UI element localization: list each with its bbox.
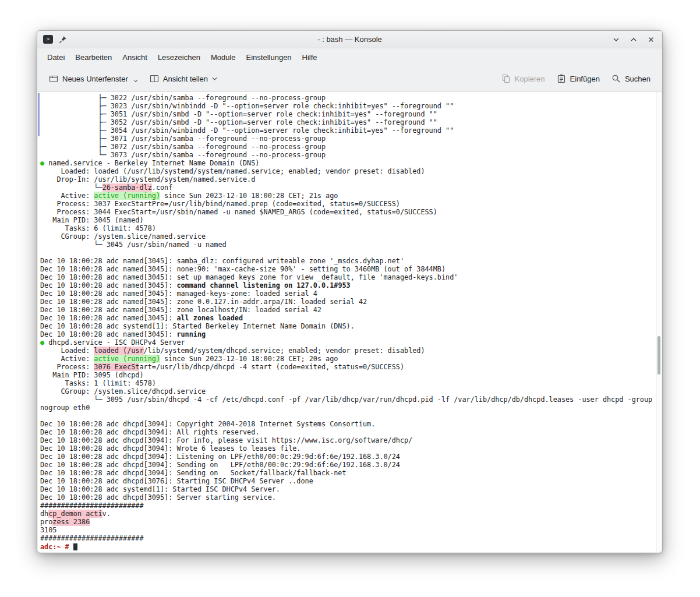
terminal-line: Dec 10 18:00:28 adc dhcpd[3095]: Server … — [40, 493, 662, 501]
pin-icon[interactable] — [59, 36, 67, 44]
terminal-text-segment: 3105 — [40, 526, 56, 534]
terminal-line: Active: active (running) since Sun 2023-… — [40, 355, 662, 363]
terminal-line: └─ 3045 /usr/sbin/named -u named — [40, 241, 662, 249]
terminal-line: adc:~ # — [40, 542, 662, 550]
terminal-text-segment: Main PID: 3045 (named) — [40, 216, 144, 224]
menu-item-datei[interactable]: Datei — [42, 51, 70, 64]
chevron-down-icon — [612, 36, 620, 44]
terminal-line: Drop-In: /usr/lib/systemd/system/named.s… — [40, 175, 662, 183]
terminal-text-segment: Process: 3044 ExecStart=/usr/sbin/named … — [40, 208, 437, 216]
terminal-line: ├─ 3071 /usr/sbin/samba --foreground --n… — [40, 135, 662, 143]
terminal-text-segment: Dec 10 18:00:28 adc named[3045]: zone lo… — [40, 306, 321, 314]
scrollbar-thumb[interactable] — [657, 336, 660, 375]
terminal-text-segment: └─ 3095 /usr/sbin/dhcpd -4 -cf /etc/dhcp… — [40, 395, 652, 404]
new-tab-label: Neues Unterfenster — [62, 75, 128, 83]
terminal-text-segment: Dec 10 18:00:28 adc named[3045]: — [40, 281, 176, 289]
copy-icon — [501, 74, 511, 83]
terminal-text-segment: Loaded: loaded (/usr/lib/systemd/system/… — [40, 167, 425, 175]
menu-item-module[interactable]: Module — [206, 51, 241, 64]
chevron-down-icon — [133, 79, 138, 83]
menu-item-lesezeichen[interactable]: Lesezeichen — [153, 51, 206, 64]
terminal-text-segment: 26-samba-dlz — [102, 183, 152, 192]
menu-item-ansicht[interactable]: Ansicht — [117, 51, 153, 64]
terminal-line: Loaded: loaded (/usr/lib/systemd/system/… — [40, 167, 662, 175]
terminal-line: Dec 10 18:00:28 adc named[3045]: set up … — [40, 273, 662, 281]
terminal-line: Dec 10 18:00:28 adc systemd[1]: Started … — [40, 322, 662, 330]
close-icon — [647, 36, 655, 44]
terminal-line: └─ 3073 /usr/sbin/samba --foreground --n… — [40, 151, 662, 159]
terminal-text-segment: Dec 10 18:00:28 adc dhcpd[3094]: Sending… — [40, 461, 400, 469]
menubar: DateiBearbeitenAnsichtLesezeichenModuleE… — [37, 48, 662, 66]
terminal-line: ├─ 3051 /usr/sbin/smbd -D "--option=serv… — [40, 110, 662, 118]
search-button[interactable]: Suchen — [607, 70, 655, 87]
new-tab-icon — [49, 74, 58, 83]
terminal-line: Dec 10 18:00:28 adc named[3045]: command… — [40, 281, 662, 289]
terminal-line — [40, 412, 662, 420]
paste-button[interactable]: Einfügen — [552, 70, 604, 87]
terminal-line: ├─ 3072 /usr/sbin/samba --foreground --n… — [40, 143, 662, 151]
terminal-text-segment: since Sun 2023-12-10 18:00:28 CET; 20s a… — [160, 355, 338, 363]
terminal-line: Process: 3076 ExecStart=/usr/lib/dhcp/dh… — [40, 363, 662, 371]
terminal-text-segment: command channel listening on 127.0.0.1#9… — [176, 281, 350, 289]
terminal-line: dhcp_demon activ. — [40, 510, 662, 518]
terminal[interactable]: ├─ 3022 /usr/sbin/samba --foreground --n… — [38, 91, 662, 552]
terminal-output: ├─ 3022 /usr/sbin/samba --foreground --n… — [40, 94, 662, 550]
terminal-text-segment: Main PID: 3095 (dhcpd) — [40, 371, 144, 379]
terminal-line: Dec 10 18:00:28 adc dhcpd[3094]: Sending… — [40, 461, 662, 469]
terminal-line: ######################### — [40, 534, 662, 542]
menu-item-bearbeiten[interactable]: Bearbeiten — [70, 51, 117, 64]
terminal-text-segment: ├─ 3022 /usr/sbin/samba --foreground --n… — [40, 94, 326, 102]
search-label: Suchen — [625, 75, 650, 83]
new-tab-button[interactable]: Neues Unterfenster — [44, 70, 143, 87]
minimize-button[interactable] — [611, 34, 621, 45]
scrollbar[interactable] — [656, 92, 662, 552]
terminal-line: Process: 3037 ExecStartPre=/usr/lib/bind… — [40, 200, 662, 208]
terminal-text-segment: running — [176, 330, 206, 338]
paste-label: Einfügen — [570, 75, 600, 83]
window-title: - : bash — Konsole — [37, 35, 662, 44]
scroll-position-marker — [38, 93, 40, 136]
terminal-text-segment: Dec 10 18:00:28 adc named[3045]: — [40, 330, 176, 338]
menu-item-einstellungen[interactable]: Einstellungen — [241, 51, 297, 64]
terminal-text-segment: Process: 3037 ExecStartPre=/usr/lib/bind… — [40, 200, 400, 208]
terminal-line: Dec 10 18:00:28 adc systemd[1]: Started … — [40, 485, 662, 493]
menu-item-hilfe[interactable]: Hilfe — [297, 51, 323, 64]
titlebar[interactable]: > - : bash — Konsole — [37, 31, 662, 48]
terminal-line: Dec 10 18:00:28 adc dhcpd[3094]: All rig… — [40, 428, 662, 436]
terminal-text-segment: pro — [40, 518, 52, 526]
terminal-text-segment: ######################### — [40, 501, 144, 510]
terminal-text-segment: v. — [102, 510, 111, 518]
konsole-app-icon: > — [43, 35, 53, 44]
terminal-text-segment: Dec 10 18:00:28 adc dhcpd[3094]: Sending… — [40, 469, 347, 477]
maximize-button[interactable] — [628, 34, 639, 45]
copy-button[interactable]: Kopieren — [497, 70, 550, 87]
terminal-text-segment: named.service - Berkeley Internet Name D… — [44, 159, 259, 167]
terminal-text-segment: Dec 10 18:00:28 adc named[3045]: samba_d… — [40, 257, 404, 265]
terminal-text-segment: nogroup eth0 — [40, 404, 90, 412]
terminal-text-segment: since Sun 2023-12-10 18:00:28 CET; 21s a… — [160, 192, 338, 200]
terminal-text-segment: dh — [40, 510, 48, 518]
terminal-text-segment: Dec 10 18:00:28 adc dhcpd[3094]: All rig… — [40, 428, 259, 436]
terminal-line: Dec 10 18:00:28 adc named[3045]: managed… — [40, 289, 662, 298]
paste-icon — [557, 74, 566, 83]
terminal-text-segment: ├─ 3054 /usr/sbin/winbindd -D "--option=… — [40, 126, 454, 135]
terminal-text-segment: Dec 10 18:00:28 adc dhcpd[3076]: Startin… — [40, 477, 313, 485]
terminal-line: Dec 10 18:00:28 adc dhcpd[3094]: Sending… — [40, 469, 662, 477]
split-view-icon — [150, 74, 159, 83]
terminal-text-segment: Dec 10 18:00:28 adc named[3045]: managed… — [40, 289, 317, 298]
copy-label: Kopieren — [515, 75, 545, 83]
terminal-line: ├─ 3054 /usr/sbin/winbindd -D "--option=… — [40, 126, 662, 135]
terminal-text-segment: └─ — [40, 183, 102, 192]
terminal-text-segment: Dec 10 18:00:28 adc dhcpd[3094]: Listeni… — [40, 453, 400, 461]
terminal-line: Dec 10 18:00:28 adc dhcpd[3094]: For inf… — [40, 436, 662, 444]
close-button[interactable] — [646, 34, 656, 45]
terminal-text-segment: Dec 10 18:00:28 adc named[3045]: none:90… — [40, 265, 446, 273]
terminal-text-segment: active (running) — [94, 355, 160, 363]
terminal-cursor — [73, 543, 77, 550]
terminal-text-segment: ├─ 3023 /usr/sbin/winbindd -D "--option=… — [40, 102, 454, 110]
terminal-line: CGroup: /system.slice/dhcpd.service — [40, 387, 662, 395]
split-view-label: Ansicht teilen — [163, 75, 208, 83]
split-view-button[interactable]: Ansicht teilen — [145, 70, 222, 87]
terminal-line: CGroup: /system.slice/named.service — [40, 232, 662, 241]
terminal-text-segment: CGroup: /system.slice/dhcpd.service — [40, 387, 206, 395]
